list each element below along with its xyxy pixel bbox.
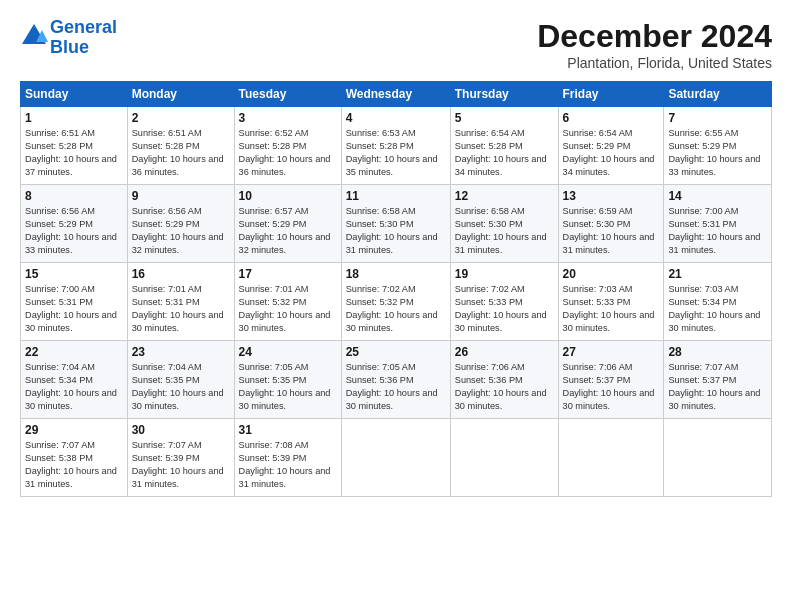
title-area: December 2024 Plantation, Florida, Unite… <box>537 18 772 71</box>
day-detail: Sunrise: 6:58 AMSunset: 5:30 PMDaylight:… <box>346 206 438 255</box>
table-row <box>450 419 558 497</box>
day-number: 18 <box>346 267 446 281</box>
day-number: 13 <box>563 189 660 203</box>
day-number: 14 <box>668 189 767 203</box>
day-number: 19 <box>455 267 554 281</box>
table-row: 29Sunrise: 7:07 AMSunset: 5:38 PMDayligh… <box>21 419 128 497</box>
day-number: 29 <box>25 423 123 437</box>
day-detail: Sunrise: 7:02 AMSunset: 5:32 PMDaylight:… <box>346 284 438 333</box>
day-detail: Sunrise: 7:05 AMSunset: 5:35 PMDaylight:… <box>239 362 331 411</box>
day-detail: Sunrise: 6:56 AMSunset: 5:29 PMDaylight:… <box>25 206 117 255</box>
col-saturday: Saturday <box>664 82 772 107</box>
day-number: 22 <box>25 345 123 359</box>
day-number: 11 <box>346 189 446 203</box>
day-number: 1 <box>25 111 123 125</box>
day-number: 25 <box>346 345 446 359</box>
logo-general: General <box>50 17 117 37</box>
table-row: 22Sunrise: 7:04 AMSunset: 5:34 PMDayligh… <box>21 341 128 419</box>
day-number: 27 <box>563 345 660 359</box>
table-row: 19Sunrise: 7:02 AMSunset: 5:33 PMDayligh… <box>450 263 558 341</box>
day-detail: Sunrise: 7:07 AMSunset: 5:37 PMDaylight:… <box>668 362 760 411</box>
day-number: 16 <box>132 267 230 281</box>
day-detail: Sunrise: 7:05 AMSunset: 5:36 PMDaylight:… <box>346 362 438 411</box>
table-row: 30Sunrise: 7:07 AMSunset: 5:39 PMDayligh… <box>127 419 234 497</box>
table-row <box>664 419 772 497</box>
table-row: 25Sunrise: 7:05 AMSunset: 5:36 PMDayligh… <box>341 341 450 419</box>
day-detail: Sunrise: 6:55 AMSunset: 5:29 PMDaylight:… <box>668 128 760 177</box>
table-row: 28Sunrise: 7:07 AMSunset: 5:37 PMDayligh… <box>664 341 772 419</box>
day-detail: Sunrise: 7:04 AMSunset: 5:35 PMDaylight:… <box>132 362 224 411</box>
day-detail: Sunrise: 6:51 AMSunset: 5:28 PMDaylight:… <box>25 128 117 177</box>
table-row: 10Sunrise: 6:57 AMSunset: 5:29 PMDayligh… <box>234 185 341 263</box>
table-row: 6Sunrise: 6:54 AMSunset: 5:29 PMDaylight… <box>558 107 664 185</box>
day-detail: Sunrise: 7:06 AMSunset: 5:37 PMDaylight:… <box>563 362 655 411</box>
table-row: 23Sunrise: 7:04 AMSunset: 5:35 PMDayligh… <box>127 341 234 419</box>
table-row: 14Sunrise: 7:00 AMSunset: 5:31 PMDayligh… <box>664 185 772 263</box>
day-number: 9 <box>132 189 230 203</box>
header-row: Sunday Monday Tuesday Wednesday Thursday… <box>21 82 772 107</box>
location: Plantation, Florida, United States <box>537 55 772 71</box>
col-tuesday: Tuesday <box>234 82 341 107</box>
day-number: 26 <box>455 345 554 359</box>
logo: General Blue <box>20 18 117 58</box>
table-row: 21Sunrise: 7:03 AMSunset: 5:34 PMDayligh… <box>664 263 772 341</box>
week-row-2: 8Sunrise: 6:56 AMSunset: 5:29 PMDaylight… <box>21 185 772 263</box>
calendar-body: 1Sunrise: 6:51 AMSunset: 5:28 PMDaylight… <box>21 107 772 497</box>
day-detail: Sunrise: 7:07 AMSunset: 5:39 PMDaylight:… <box>132 440 224 489</box>
day-detail: Sunrise: 7:08 AMSunset: 5:39 PMDaylight:… <box>239 440 331 489</box>
day-number: 4 <box>346 111 446 125</box>
col-wednesday: Wednesday <box>341 82 450 107</box>
table-row: 15Sunrise: 7:00 AMSunset: 5:31 PMDayligh… <box>21 263 128 341</box>
day-number: 20 <box>563 267 660 281</box>
table-row: 31Sunrise: 7:08 AMSunset: 5:39 PMDayligh… <box>234 419 341 497</box>
day-detail: Sunrise: 7:01 AMSunset: 5:32 PMDaylight:… <box>239 284 331 333</box>
day-detail: Sunrise: 6:53 AMSunset: 5:28 PMDaylight:… <box>346 128 438 177</box>
day-number: 5 <box>455 111 554 125</box>
month-title: December 2024 <box>537 18 772 55</box>
day-number: 7 <box>668 111 767 125</box>
table-row: 1Sunrise: 6:51 AMSunset: 5:28 PMDaylight… <box>21 107 128 185</box>
day-number: 21 <box>668 267 767 281</box>
day-number: 23 <box>132 345 230 359</box>
table-row: 12Sunrise: 6:58 AMSunset: 5:30 PMDayligh… <box>450 185 558 263</box>
day-detail: Sunrise: 7:04 AMSunset: 5:34 PMDaylight:… <box>25 362 117 411</box>
page: General Blue December 2024 Plantation, F… <box>0 0 792 507</box>
day-detail: Sunrise: 6:54 AMSunset: 5:29 PMDaylight:… <box>563 128 655 177</box>
day-detail: Sunrise: 6:51 AMSunset: 5:28 PMDaylight:… <box>132 128 224 177</box>
week-row-5: 29Sunrise: 7:07 AMSunset: 5:38 PMDayligh… <box>21 419 772 497</box>
day-detail: Sunrise: 7:00 AMSunset: 5:31 PMDaylight:… <box>668 206 760 255</box>
logo-blue: Blue <box>50 38 117 58</box>
table-row: 13Sunrise: 6:59 AMSunset: 5:30 PMDayligh… <box>558 185 664 263</box>
logo-text: General Blue <box>50 18 117 58</box>
table-row: 26Sunrise: 7:06 AMSunset: 5:36 PMDayligh… <box>450 341 558 419</box>
col-friday: Friday <box>558 82 664 107</box>
day-number: 12 <box>455 189 554 203</box>
day-detail: Sunrise: 6:57 AMSunset: 5:29 PMDaylight:… <box>239 206 331 255</box>
header: General Blue December 2024 Plantation, F… <box>20 18 772 71</box>
table-row: 18Sunrise: 7:02 AMSunset: 5:32 PMDayligh… <box>341 263 450 341</box>
day-detail: Sunrise: 6:52 AMSunset: 5:28 PMDaylight:… <box>239 128 331 177</box>
calendar-header: Sunday Monday Tuesday Wednesday Thursday… <box>21 82 772 107</box>
day-detail: Sunrise: 7:07 AMSunset: 5:38 PMDaylight:… <box>25 440 117 489</box>
col-sunday: Sunday <box>21 82 128 107</box>
day-number: 28 <box>668 345 767 359</box>
table-row: 11Sunrise: 6:58 AMSunset: 5:30 PMDayligh… <box>341 185 450 263</box>
table-row: 5Sunrise: 6:54 AMSunset: 5:28 PMDaylight… <box>450 107 558 185</box>
day-detail: Sunrise: 7:00 AMSunset: 5:31 PMDaylight:… <box>25 284 117 333</box>
table-row: 3Sunrise: 6:52 AMSunset: 5:28 PMDaylight… <box>234 107 341 185</box>
table-row: 2Sunrise: 6:51 AMSunset: 5:28 PMDaylight… <box>127 107 234 185</box>
calendar: Sunday Monday Tuesday Wednesday Thursday… <box>20 81 772 497</box>
day-number: 24 <box>239 345 337 359</box>
table-row: 16Sunrise: 7:01 AMSunset: 5:31 PMDayligh… <box>127 263 234 341</box>
week-row-4: 22Sunrise: 7:04 AMSunset: 5:34 PMDayligh… <box>21 341 772 419</box>
col-monday: Monday <box>127 82 234 107</box>
day-detail: Sunrise: 6:59 AMSunset: 5:30 PMDaylight:… <box>563 206 655 255</box>
day-number: 3 <box>239 111 337 125</box>
day-detail: Sunrise: 6:54 AMSunset: 5:28 PMDaylight:… <box>455 128 547 177</box>
day-detail: Sunrise: 6:58 AMSunset: 5:30 PMDaylight:… <box>455 206 547 255</box>
table-row: 17Sunrise: 7:01 AMSunset: 5:32 PMDayligh… <box>234 263 341 341</box>
day-number: 31 <box>239 423 337 437</box>
table-row <box>341 419 450 497</box>
table-row <box>558 419 664 497</box>
day-number: 15 <box>25 267 123 281</box>
